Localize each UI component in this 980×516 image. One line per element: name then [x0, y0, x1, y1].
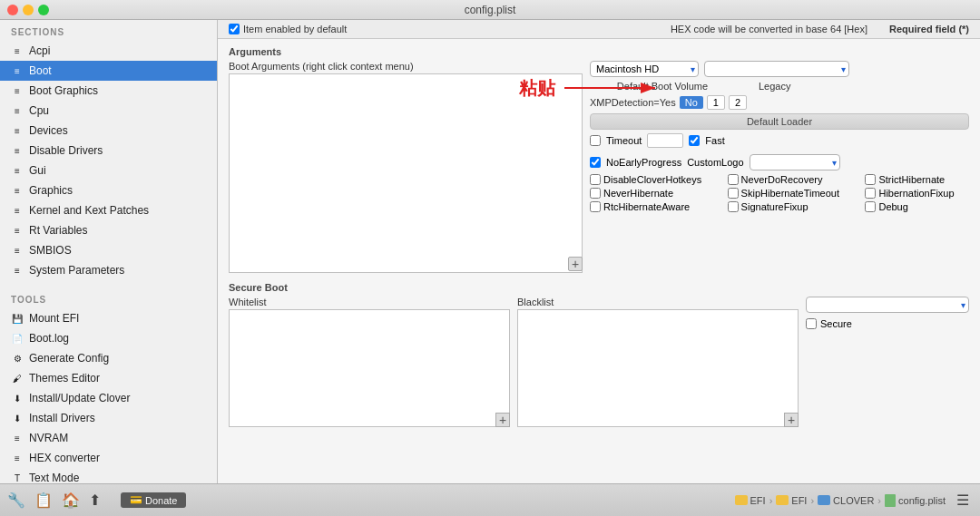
boot-args-layout: 粘贴 Boot Arguments (right click context m… [229, 61, 969, 278]
sidebar-item-graphics[interactable]: ≡ Graphics [0, 180, 217, 200]
add-boot-arg-button[interactable]: + [568, 257, 583, 271]
sidebar-label-rt-variables: Rt Variables [29, 224, 87, 237]
sidebar-label-boot-log: Boot.log [29, 332, 69, 345]
checkbox-never-do-recovery[interactable]: NeverDoRecovery [728, 174, 855, 185]
gear-icon: ⚙ [11, 352, 24, 365]
toolbar-icon-home[interactable]: 🏠 [62, 492, 80, 509]
sidebar-item-kernel-kext[interactable]: ≡ Kernel and Kext Patches [0, 200, 217, 220]
secure-checkbox[interactable] [806, 318, 817, 329]
boot-args-textarea[interactable] [229, 73, 583, 273]
sidebar-item-hex-converter[interactable]: ≡ HEX converter [0, 448, 217, 468]
close-button[interactable] [7, 5, 18, 15]
sidebar-item-disable-drivers[interactable]: ≡ Disable Drivers [0, 141, 217, 161]
disk-icon: 💾 [11, 312, 24, 325]
checkbox-skip-hibernate-timeout[interactable]: SkipHibernateTimeout [728, 188, 855, 199]
list-icon: ≡ [11, 124, 24, 137]
top-info-bar: Item enabled by default HEX code will be… [218, 20, 980, 39]
maximize-button[interactable] [38, 5, 49, 15]
checkbox-never-hibernate[interactable]: NeverHibernate [590, 188, 717, 199]
secure-boot-row: Whitelist + Blacklist + [229, 297, 969, 427]
list-icon: ≡ [11, 104, 24, 117]
timeout-input[interactable] [647, 133, 683, 148]
hex-info-text: HEX code will be converted in base 64 [H… [671, 24, 867, 34]
checkbox-hibernation-fixup[interactable]: HibernationFixup [865, 188, 969, 199]
sidebar-item-generate-config[interactable]: ⚙ Generate Config [0, 348, 217, 368]
content-area: Item enabled by default HEX code will be… [218, 20, 980, 483]
blacklist-listbox[interactable] [517, 309, 799, 427]
secure-select[interactable] [806, 297, 969, 313]
checkboxes-grid: DisableCloverHotkeys NeverDoRecovery Str… [590, 174, 969, 212]
sidebar-item-boot-log[interactable]: 📄 Boot.log [0, 328, 217, 348]
default-loader-button[interactable]: Default Loader [590, 113, 969, 130]
blacklist-container: Blacklist + [517, 297, 799, 427]
checkbox-rtc-hibernate-aware[interactable]: RtcHibernateAware [590, 201, 717, 212]
customlogo-select[interactable] [750, 154, 840, 170]
sidebar-item-devices[interactable]: ≡ Devices [0, 121, 217, 141]
sidebar-label-acpi: Acpi [29, 44, 50, 57]
breadcrumb-efi1: EFI [735, 495, 766, 506]
sidebar-item-cpu[interactable]: ≡ Cpu [0, 101, 217, 121]
whitelist-listbox[interactable] [229, 309, 510, 427]
whitelist-add-button[interactable]: + [495, 413, 510, 427]
list-icon: ≡ [11, 144, 24, 157]
secure-boot-label: Secure Boot [229, 282, 969, 293]
breadcrumb-clover-text: CLOVER [833, 495, 874, 506]
main-layout: SECTIONS ≡ Acpi ≡ Boot ≡ Boot Graphics ≡… [0, 20, 980, 483]
breadcrumb-config-text: config.plist [898, 495, 946, 506]
sidebar-item-boot[interactable]: ≡ Boot [0, 61, 217, 81]
secure-right: Secure [806, 297, 969, 427]
tools-header: TOOLS [0, 287, 217, 308]
sidebar-label-smbios: SMBIOS [29, 244, 72, 257]
whitelist-label: Whitelist [229, 297, 510, 307]
list-icon: ≡ [11, 44, 24, 57]
toolbar-icon-1[interactable]: 🔧 [7, 492, 25, 509]
sidebar-item-text-mode[interactable]: T Text Mode [0, 468, 217, 483]
timeout-checkbox[interactable] [590, 135, 601, 146]
secure-select-wrapper [806, 297, 969, 313]
whitelist-container: Whitelist + [229, 297, 510, 427]
download-icon: ⬇ [11, 392, 24, 404]
list-icon: ≡ [11, 204, 24, 217]
hamburger-menu-icon[interactable]: ☰ [956, 492, 969, 509]
sidebar-item-smbios[interactable]: ≡ SMBIOS [0, 240, 217, 260]
default-enabled-checkbox[interactable] [229, 24, 240, 34]
checkbox-debug[interactable]: Debug [865, 201, 969, 212]
sidebar-item-gui[interactable]: ≡ Gui [0, 161, 217, 180]
sidebar-item-rt-variables[interactable]: ≡ Rt Variables [0, 220, 217, 240]
legacy-label: Legacy [759, 81, 790, 92]
breadcrumb-efi2: EFI [776, 495, 807, 506]
sidebar-item-nvram[interactable]: ≡ NVRAM [0, 428, 217, 448]
sidebar-item-mount-efi[interactable]: 💾 Mount EFI [0, 308, 217, 328]
blacklist-box-wrapper: + [517, 309, 799, 427]
sidebar-item-install-update[interactable]: ⬇ Install/Update Clover [0, 388, 217, 408]
list-icon: ≡ [11, 84, 24, 97]
text-icon: T [11, 472, 24, 483]
fast-checkbox[interactable] [689, 135, 700, 146]
toolbar-icon-2[interactable]: 📋 [34, 492, 53, 509]
sidebar-item-install-drivers[interactable]: ⬇ Install Drivers [0, 408, 217, 428]
default-boot-volume-label: Default Boot Volume [590, 81, 735, 92]
blacklist-add-button[interactable]: + [784, 413, 799, 427]
checkbox-strict-hibernate[interactable]: StrictHibernate [865, 174, 969, 185]
sidebar-item-acpi[interactable]: ≡ Acpi [0, 41, 217, 61]
default-boot-volume-select[interactable]: Macintosh HD [590, 61, 699, 77]
folder-efi2-icon [776, 495, 789, 505]
sidebar-item-system-parameters[interactable]: ≡ System Parameters [0, 260, 217, 280]
breadcrumb-efi1-text: EFI [750, 495, 766, 506]
noearlyp-checkbox[interactable] [590, 157, 601, 168]
xmp-no-button[interactable]: No [680, 96, 703, 109]
extra-select[interactable] [704, 61, 849, 77]
sidebar-item-themes-editor[interactable]: 🖌 Themes Editor [0, 368, 217, 388]
default-boot-volume-select-wrapper: Macintosh HD [590, 61, 699, 77]
folder-clover-icon [818, 495, 830, 505]
sidebar-label-kernel-kext: Kernel and Kext Patches [29, 204, 149, 217]
xmp-row: XMPDetection=Yes No 1 2 [590, 95, 969, 110]
donate-button[interactable]: 💳 Donate [121, 492, 186, 508]
checkbox-disable-clover-hotkeys[interactable]: DisableCloverHotkeys [590, 174, 717, 185]
timeout-row: Timeout Fast [590, 133, 969, 148]
toolbar-icon-share[interactable]: ⬆ [89, 492, 101, 509]
checkbox-signature-fixup[interactable]: SignatureFixup [728, 201, 855, 212]
minimize-button[interactable] [23, 5, 34, 15]
default-boot-volume-row: Macintosh HD [590, 61, 969, 77]
sidebar-item-boot-graphics[interactable]: ≡ Boot Graphics [0, 81, 217, 101]
